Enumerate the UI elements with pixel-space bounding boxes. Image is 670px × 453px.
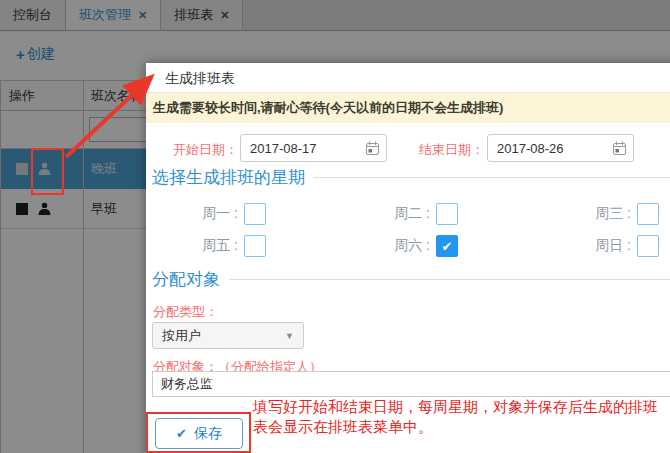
sunday-checkbox[interactable]: ✔ xyxy=(637,235,659,257)
section-rule xyxy=(314,177,670,178)
weekday-sunday: 周日 : ✔ xyxy=(585,235,659,257)
week-section-header: 选择生成排班的星期 xyxy=(152,166,670,189)
assign-target-input[interactable] xyxy=(152,371,670,397)
annotation-box-person-icon xyxy=(31,148,64,195)
app-window: 控制台 班次管理 ✕ 排班表 ✕ + 创建 操作 班次名称 xyxy=(0,0,670,453)
annotation-note-line1: 填写好开始和结束日期，每周星期，对象并保存后生成的排班 xyxy=(253,397,658,417)
week-section-title: 选择生成排班的星期 xyxy=(152,166,305,189)
annotation-box-save-button xyxy=(146,412,251,453)
assign-type-select[interactable]: 按用户 ▼ xyxy=(152,322,304,349)
calendar-icon[interactable] xyxy=(365,141,380,159)
assign-type-value: 按用户 xyxy=(162,327,201,345)
friday-checkbox[interactable]: ✔ xyxy=(244,235,266,257)
weekday-wednesday: 周三 : ✔ xyxy=(585,203,659,225)
assign-section-title: 分配对象 xyxy=(152,268,220,291)
monday-checkbox[interactable]: ✔ xyxy=(244,203,266,225)
generate-schedule-dialog: 生成排班表 生成需要较长时间,请耐心等待(今天以前的日期不会生成排班) 开始日期… xyxy=(146,63,670,453)
weekday-friday: 周五 : ✔ xyxy=(192,235,266,257)
weekday-label: 周六 : xyxy=(384,237,430,255)
weekday-label: 周一 : xyxy=(192,205,238,223)
start-date-label: 开始日期： xyxy=(156,141,238,159)
calendar-icon[interactable] xyxy=(612,141,627,159)
weekday-label: 周日 : xyxy=(585,237,631,255)
assign-section-header: 分配对象 xyxy=(152,268,670,291)
weekday-tuesday: 周二 : ✔ xyxy=(384,203,458,225)
annotation-note: 填写好开始和结束日期，每周星期，对象并保存后生成的排班 表会显示在排班表菜单中。 xyxy=(253,397,658,437)
weekday-monday: 周一 : ✔ xyxy=(192,203,266,225)
annotation-note-line2: 表会显示在排班表菜单中。 xyxy=(253,417,658,437)
tuesday-checkbox[interactable]: ✔ xyxy=(436,203,458,225)
section-rule xyxy=(229,279,670,280)
assign-type-label: 分配类型： xyxy=(153,303,218,321)
weekday-label: 周三 : xyxy=(585,205,631,223)
check-icon: ✔ xyxy=(442,239,453,254)
saturday-checkbox[interactable]: ✔ xyxy=(436,235,458,257)
dialog-body: 开始日期： 结束日期： xyxy=(146,63,670,453)
weekday-saturday: 周六 : ✔ xyxy=(384,235,458,257)
chevron-down-icon: ▼ xyxy=(285,331,294,341)
wednesday-checkbox[interactable]: ✔ xyxy=(637,203,659,225)
end-date-label: 结束日期： xyxy=(400,141,484,159)
weekday-label: 周二 : xyxy=(384,205,430,223)
weekday-label: 周五 : xyxy=(192,237,238,255)
